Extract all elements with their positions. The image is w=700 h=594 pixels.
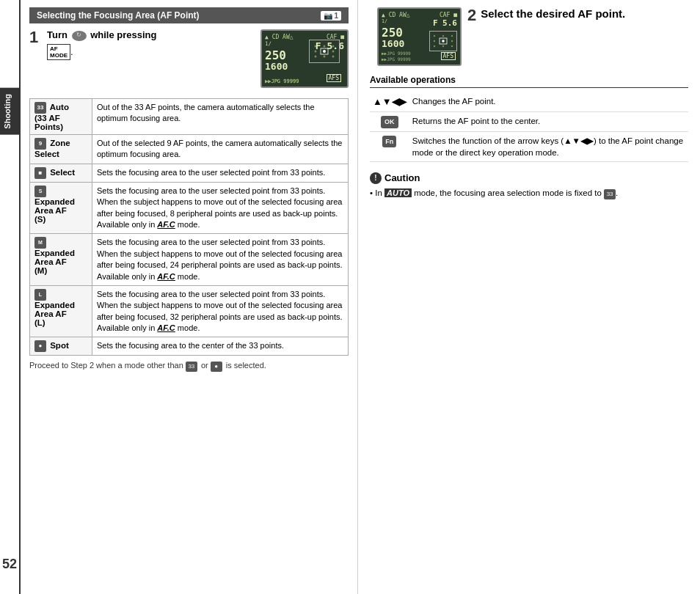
ok-button-icon: OK (381, 116, 398, 128)
step1-text: Turn ↻ while pressing AFMODE . (47, 29, 156, 53)
svg-point-12 (451, 35, 453, 37)
caution-icon: ! (370, 172, 382, 184)
camera-icon: 📷 (324, 12, 332, 20)
ops-desc-fn: Switches the function of the arrow keys … (409, 131, 688, 161)
camera-lcd2: ▲ CD AW△CAF ■ 1/ 250 1600 F 5.6 (377, 7, 462, 66)
table-row: S ExpandedArea AF(S) Sets the focusing a… (30, 182, 349, 234)
afc-note-s: Available only in AF.C mode. (97, 220, 200, 229)
step1-content: ▲ CD AW△ CAF ■ 1/ 250 1600 F 5.6 (47, 29, 349, 92)
lcd-iso: 1600 (265, 62, 288, 71)
svg-point-4 (323, 50, 326, 53)
step2-number: 2 (467, 7, 476, 23)
mode-cell-exp-m: M ExpandedArea AF(M) (30, 234, 92, 286)
mode-icon-exp-s: S (34, 186, 46, 197)
mode-cell-auto: 33 Auto(33 AFPoints) (30, 99, 92, 135)
footer-icon-33: 33 (186, 362, 197, 372)
desc-cell-exp-s: Sets the focusing area to the user selec… (92, 182, 349, 234)
svg-point-5 (332, 51, 335, 53)
afc-note-m: Available only in AF.C mode. (97, 272, 200, 281)
desc-cell-spot: Sets the focusing area to the center of … (92, 337, 349, 356)
svg-point-1 (324, 45, 326, 48)
step1-row: 1 ▲ CD AW△ CAF ■ 1/ 250 1600 (29, 29, 349, 92)
svg-point-0 (315, 45, 317, 48)
step1-period: . (70, 46, 73, 57)
lcd2-shutter: 250 (382, 27, 404, 39)
mode-name-exp-s: ExpandedArea AF(S) (34, 197, 75, 224)
caution-period: . (616, 188, 618, 197)
table-row: 9 ZoneSelect Out of the selected 9 AF po… (30, 135, 349, 164)
svg-point-11 (442, 35, 444, 37)
mode-icon-exp-m: M (34, 237, 46, 249)
footer-icon-spot: ● (211, 362, 222, 372)
mode-icon-select: ■ (34, 167, 46, 179)
step2-header-inner: 2 Select the desired AF point. (467, 7, 682, 23)
svg-point-17 (442, 45, 444, 47)
mode-name-exp-m: ExpandedArea AF(M) (34, 249, 75, 275)
ops-table: ▲▼◀▶ Changes the AF point. OK Returns th… (370, 92, 688, 162)
table-row: 33 Auto(33 AFPoints) Out of the 33 AF po… (30, 99, 349, 135)
step2-row: ▲ CD AW△CAF ■ 1/ 250 1600 F 5.6 (370, 7, 688, 66)
right-column: ▲ CD AW△CAF ■ 1/ 250 1600 F 5.6 (358, 0, 700, 594)
desc-cell-select: Sets the focusing area to the user selec… (92, 164, 349, 182)
af-mode-button: AFMODE . (47, 44, 73, 60)
lcd2-af-box (429, 31, 457, 51)
mode-cell-exp-s: S ExpandedArea AF(S) (30, 182, 92, 234)
section-header: Selecting the Focusing Area (AF Point) 📷… (29, 7, 349, 23)
mode-cell-select: ■ Select (30, 164, 92, 182)
mode-icon-33: 33 (34, 102, 46, 114)
arrow-keys-icon: ▲▼◀▶ (373, 96, 406, 107)
lcd-shutter: 250 (265, 50, 288, 62)
sidebar: Shooting 52 (0, 0, 21, 594)
mode-name-spot: Spot (50, 342, 69, 351)
lcd2-bottom2: ▶▶JPG 99999 (382, 56, 411, 62)
svg-point-15 (451, 40, 453, 42)
lcd2-bottom1: ▶▶JPG 99999 (382, 51, 411, 56)
desc-cell-auto: Out of the 33 AF points, the camera auto… (92, 99, 349, 135)
lcd2-afs: AFS (441, 52, 456, 60)
lcd-af-grid (310, 40, 339, 62)
ops-row-fn: Fn Switches the function of the arrow ke… (370, 131, 688, 161)
ops-desc-ok: Returns the AF point to the center. (409, 112, 688, 132)
caution-text: • In AUTO mode, the focusing area select… (370, 187, 688, 199)
lcd2-aperture: F 5.6 (429, 18, 457, 28)
lcd-indicators: ▲ CD AW△ (265, 34, 294, 40)
step2-title: Select the desired AF point. (481, 7, 682, 20)
caution-box: ! Caution • In AUTO mode, the focusing a… (370, 172, 688, 199)
lcd2-af-grid (430, 32, 456, 51)
caution-label: Caution (384, 172, 420, 183)
ops-icon-arrows: ▲▼◀▶ (370, 92, 409, 112)
ops-row-arrows: ▲▼◀▶ Changes the AF point. (370, 92, 688, 112)
caution-icon-33: 33 (604, 189, 616, 199)
main-content: Selecting the Focusing Area (AF Point) 📷… (21, 0, 700, 594)
desc-cell-exp-l: Sets the focusing area to the user selec… (92, 285, 349, 337)
desc-cell-exp-m: Sets the focusing area to the user selec… (92, 234, 349, 286)
af-table: 33 Auto(33 AFPoints) Out of the 33 AF po… (29, 98, 349, 356)
afc-note-l: Available only in AF.C mode. (97, 323, 200, 332)
left-column: Selecting the Focusing Area (AF Point) 📷… (21, 0, 358, 594)
svg-point-6 (315, 56, 317, 58)
section-title: Selecting the Focusing Area (AF Point) (37, 10, 200, 21)
step2-text-area: 2 Select the desired AF point. (467, 7, 682, 23)
table-row: ● Spot Sets the focusing area to the cen… (30, 337, 349, 356)
available-ops-title: Available operations (370, 75, 688, 88)
camera-badge-label: 1 (334, 12, 338, 20)
page-number: 52 (2, 557, 17, 572)
lcd-af-box (309, 40, 340, 63)
lcd2-iso: 1600 (382, 39, 404, 48)
svg-point-8 (332, 56, 335, 58)
svg-point-14 (442, 40, 445, 43)
table-row: ■ Select Sets the focusing area to the u… (30, 164, 349, 182)
mode-name-select: Select (50, 168, 75, 177)
ops-desc-arrows: Changes the AF point. (409, 92, 688, 112)
footer-note: Proceed to Step 2 when a mode other than… (29, 360, 349, 371)
auto-badge: AUTO (384, 188, 412, 197)
svg-point-16 (434, 45, 435, 47)
dial-icon: ↻ (72, 31, 87, 41)
svg-point-10 (434, 35, 435, 37)
svg-point-2 (332, 45, 335, 48)
caution-title: ! Caution (370, 172, 688, 184)
table-row: L ExpandedArea AF(L) Sets the focusing a… (30, 285, 349, 337)
mode-cell-zone: 9 ZoneSelect (30, 135, 92, 164)
af-mode-icon: AFMODE (47, 44, 70, 60)
mode-icon-exp-l: L (34, 289, 46, 301)
